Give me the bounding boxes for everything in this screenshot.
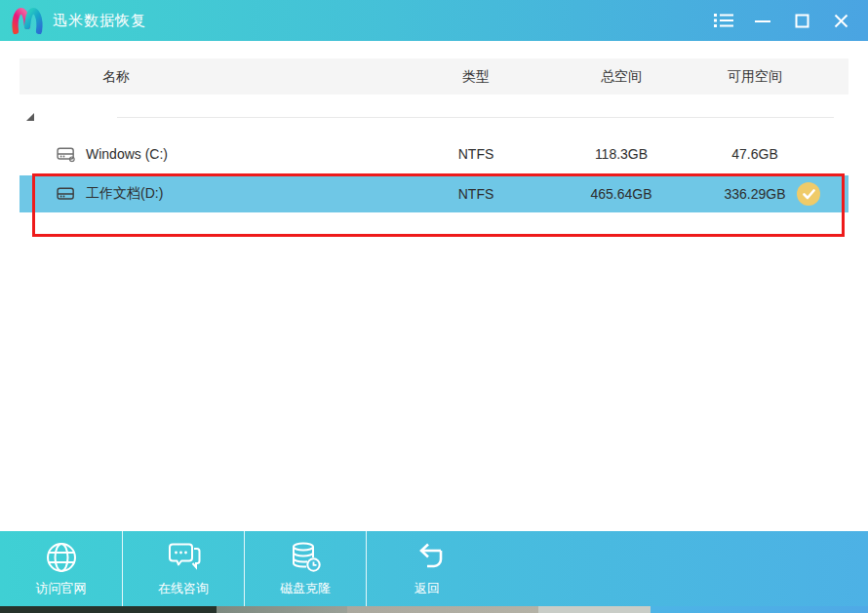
toolbar-item-online-consult[interactable]: 在线咨询 — [122, 531, 244, 606]
hard-drive-icon — [57, 145, 76, 162]
close-icon[interactable] — [821, 0, 860, 41]
back-icon — [410, 540, 445, 575]
toolbar-label: 返回 — [414, 580, 440, 597]
minimize-icon[interactable] — [743, 0, 782, 41]
menu-icon[interactable] — [704, 0, 743, 41]
toolbar-label: 磁盘克隆 — [280, 580, 331, 597]
header-type: 类型 — [417, 58, 534, 95]
selected-check-icon — [797, 182, 820, 206]
drive-name: Windows (C:) — [86, 136, 168, 171]
chat-icon — [166, 540, 201, 575]
window-controls — [704, 0, 860, 41]
desktop-edge-strip — [0, 606, 868, 613]
toolbar-label: 访问官网 — [36, 580, 87, 597]
titlebar: 迅米数据恢复 — [0, 0, 868, 41]
disk-clone-icon — [288, 540, 323, 575]
toolbar-item-official-site[interactable]: 访问官网 — [0, 531, 122, 606]
drive-total-space: 118.3GB — [563, 136, 680, 171]
table-header: 名称 类型 总空间 可用空间 — [20, 58, 848, 95]
drive-free-space: 47.6GB — [696, 136, 813, 171]
drive-type: NTFS — [417, 136, 534, 171]
drive-name: 工作文档(D:) — [86, 175, 163, 212]
drive-row-c[interactable]: Windows (C:) NTFS 118.3GB 47.6GB — [20, 136, 848, 171]
tree-expander-icon[interactable] — [26, 113, 34, 121]
maximize-icon[interactable] — [782, 0, 821, 41]
header-name: 名称 — [102, 58, 130, 95]
toolbar-label: 在线咨询 — [158, 580, 209, 597]
globe-icon — [44, 540, 79, 575]
bottom-toolbar: 访问官网 在线咨询 — [0, 531, 868, 606]
hard-drive-icon — [57, 186, 76, 203]
header-total: 总空间 — [563, 58, 680, 95]
drive-total-space: 465.64GB — [563, 175, 680, 212]
tree-root-row — [0, 105, 868, 131]
toolbar-item-disk-clone[interactable]: 磁盘克隆 — [244, 531, 366, 606]
app-window: 迅米数据恢复 — [0, 0, 868, 613]
drive-row-d-selected[interactable]: 工作文档(D:) NTFS 465.64GB 336.29GB — [20, 175, 848, 212]
header-free: 可用空间 — [696, 58, 813, 95]
toolbar-item-back[interactable]: 返回 — [366, 531, 488, 606]
tree-separator — [117, 117, 834, 118]
drive-type: NTFS — [417, 175, 534, 212]
app-logo-icon — [10, 5, 45, 36]
app-title: 迅米数据恢复 — [53, 0, 146, 41]
drive-free-space: 336.29GB — [696, 175, 813, 212]
